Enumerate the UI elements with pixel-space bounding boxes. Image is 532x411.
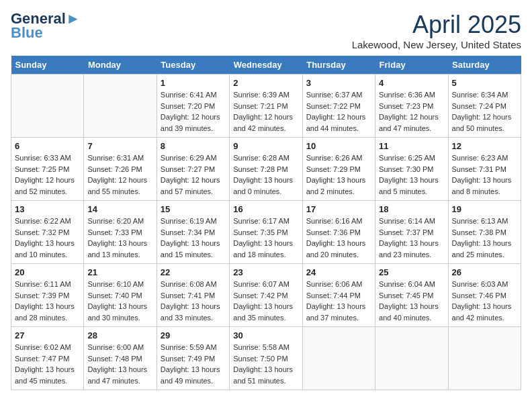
calendar-cell: 27Sunrise: 6:02 AMSunset: 7:47 PMDayligh… (11, 327, 84, 390)
calendar-week-2: 6Sunrise: 6:33 AMSunset: 7:25 PMDaylight… (11, 138, 521, 201)
day-number: 28 (87, 330, 152, 340)
column-header-thursday: Thursday (302, 56, 375, 75)
logo-blue: Blue (11, 24, 43, 42)
day-number: 15 (161, 204, 226, 214)
calendar-week-1: 1Sunrise: 6:41 AMSunset: 7:20 PMDaylight… (11, 75, 521, 138)
location: Lakewood, New Jersey, United States (352, 39, 521, 50)
logo: General► Blue (11, 11, 81, 42)
calendar-cell: 22Sunrise: 6:08 AMSunset: 7:41 PMDayligh… (157, 264, 229, 327)
calendar-cell: 26Sunrise: 6:03 AMSunset: 7:46 PMDayligh… (448, 264, 521, 327)
cell-info: Sunrise: 6:20 AMSunset: 7:33 PMDaylight:… (87, 216, 152, 260)
day-number: 7 (87, 141, 152, 151)
page-header: General► Blue April 2025 Lakewood, New J… (11, 11, 521, 50)
cell-info: Sunrise: 5:59 AMSunset: 7:49 PMDaylight:… (161, 342, 226, 386)
calendar-cell (375, 327, 448, 390)
day-number: 8 (161, 141, 226, 151)
calendar-cell: 24Sunrise: 6:06 AMSunset: 7:44 PMDayligh… (302, 264, 375, 327)
cell-info: Sunrise: 6:33 AMSunset: 7:25 PMDaylight:… (15, 152, 80, 197)
column-header-sunday: Sunday (11, 56, 84, 75)
cell-info: Sunrise: 6:29 AMSunset: 7:27 PMDaylight:… (161, 152, 226, 197)
cell-info: Sunrise: 6:39 AMSunset: 7:21 PMDaylight:… (233, 89, 298, 134)
calendar-cell: 21Sunrise: 6:10 AMSunset: 7:40 PMDayligh… (84, 264, 157, 327)
cell-info: Sunrise: 6:17 AMSunset: 7:35 PMDaylight:… (233, 216, 298, 260)
day-number: 22 (161, 267, 226, 277)
calendar-cell: 18Sunrise: 6:14 AMSunset: 7:37 PMDayligh… (375, 201, 448, 264)
calendar-cell: 6Sunrise: 6:33 AMSunset: 7:25 PMDaylight… (11, 138, 84, 201)
calendar-cell: 10Sunrise: 6:26 AMSunset: 7:29 PMDayligh… (302, 138, 375, 201)
calendar-cell: 4Sunrise: 6:36 AMSunset: 7:23 PMDaylight… (375, 75, 448, 138)
day-number: 23 (233, 267, 298, 277)
calendar-table: SundayMondayTuesdayWednesdayThursdayFrid… (11, 56, 521, 390)
cell-info: Sunrise: 6:25 AMSunset: 7:30 PMDaylight:… (379, 152, 444, 197)
day-number: 16 (233, 204, 298, 214)
header-row: SundayMondayTuesdayWednesdayThursdayFrid… (11, 56, 521, 75)
calendar-cell: 29Sunrise: 5:59 AMSunset: 7:49 PMDayligh… (157, 327, 229, 390)
calendar-cell: 23Sunrise: 6:07 AMSunset: 7:42 PMDayligh… (230, 264, 302, 327)
cell-info: Sunrise: 6:13 AMSunset: 7:38 PMDaylight:… (452, 216, 517, 260)
day-number: 9 (233, 141, 298, 151)
calendar-week-5: 27Sunrise: 6:02 AMSunset: 7:47 PMDayligh… (11, 327, 521, 390)
calendar-cell: 7Sunrise: 6:31 AMSunset: 7:26 PMDaylight… (84, 138, 157, 201)
cell-info: Sunrise: 6:16 AMSunset: 7:36 PMDaylight:… (306, 216, 371, 260)
day-number: 6 (15, 141, 80, 151)
title-block: April 2025 Lakewood, New Jersey, United … (352, 11, 521, 50)
calendar-cell: 1Sunrise: 6:41 AMSunset: 7:20 PMDaylight… (157, 75, 229, 138)
calendar-cell: 2Sunrise: 6:39 AMSunset: 7:21 PMDaylight… (230, 75, 302, 138)
column-header-friday: Friday (375, 56, 448, 75)
day-number: 2 (233, 78, 298, 88)
day-number: 27 (15, 330, 80, 340)
calendar-cell: 14Sunrise: 6:20 AMSunset: 7:33 PMDayligh… (84, 201, 157, 264)
cell-info: Sunrise: 6:19 AMSunset: 7:34 PMDaylight:… (161, 216, 226, 260)
calendar-cell (302, 327, 375, 390)
day-number: 13 (15, 204, 80, 214)
calendar-cell: 9Sunrise: 6:28 AMSunset: 7:28 PMDaylight… (230, 138, 302, 201)
day-number: 18 (379, 204, 444, 214)
cell-info: Sunrise: 6:08 AMSunset: 7:41 PMDaylight:… (161, 279, 226, 323)
day-number: 4 (379, 78, 444, 88)
calendar-cell: 19Sunrise: 6:13 AMSunset: 7:38 PMDayligh… (448, 201, 521, 264)
cell-info: Sunrise: 6:10 AMSunset: 7:40 PMDaylight:… (87, 279, 152, 323)
calendar-cell: 25Sunrise: 6:04 AMSunset: 7:45 PMDayligh… (375, 264, 448, 327)
cell-info: Sunrise: 6:41 AMSunset: 7:20 PMDaylight:… (161, 89, 226, 134)
calendar-cell: 17Sunrise: 6:16 AMSunset: 7:36 PMDayligh… (302, 201, 375, 264)
day-number: 19 (452, 204, 517, 214)
cell-info: Sunrise: 6:06 AMSunset: 7:44 PMDaylight:… (306, 279, 371, 323)
cell-info: Sunrise: 6:11 AMSunset: 7:39 PMDaylight:… (15, 279, 80, 323)
day-number: 25 (379, 267, 444, 277)
calendar-week-4: 20Sunrise: 6:11 AMSunset: 7:39 PMDayligh… (11, 264, 521, 327)
cell-info: Sunrise: 6:26 AMSunset: 7:29 PMDaylight:… (306, 152, 371, 197)
cell-info: Sunrise: 6:31 AMSunset: 7:26 PMDaylight:… (87, 152, 152, 197)
calendar-cell (448, 327, 521, 390)
column-header-monday: Monday (84, 56, 157, 75)
day-number: 17 (306, 204, 371, 214)
cell-info: Sunrise: 6:07 AMSunset: 7:42 PMDaylight:… (233, 279, 298, 323)
month-title: April 2025 (352, 11, 521, 39)
calendar-cell (84, 75, 157, 138)
day-number: 24 (306, 267, 371, 277)
cell-info: Sunrise: 6:37 AMSunset: 7:22 PMDaylight:… (306, 89, 371, 134)
column-header-saturday: Saturday (448, 56, 521, 75)
calendar-cell: 30Sunrise: 5:58 AMSunset: 7:50 PMDayligh… (230, 327, 302, 390)
cell-info: Sunrise: 6:04 AMSunset: 7:45 PMDaylight:… (379, 279, 444, 323)
cell-info: Sunrise: 6:02 AMSunset: 7:47 PMDaylight:… (15, 342, 80, 386)
day-number: 10 (306, 141, 371, 151)
day-number: 21 (87, 267, 152, 277)
day-number: 11 (379, 141, 444, 151)
cell-info: Sunrise: 6:14 AMSunset: 7:37 PMDaylight:… (379, 216, 444, 260)
column-header-wednesday: Wednesday (230, 56, 302, 75)
day-number: 26 (452, 267, 517, 277)
day-number: 12 (452, 141, 517, 151)
day-number: 30 (233, 330, 298, 340)
calendar-cell: 11Sunrise: 6:25 AMSunset: 7:30 PMDayligh… (375, 138, 448, 201)
calendar-cell: 8Sunrise: 6:29 AMSunset: 7:27 PMDaylight… (157, 138, 229, 201)
cell-info: Sunrise: 6:34 AMSunset: 7:24 PMDaylight:… (452, 89, 517, 134)
cell-info: Sunrise: 6:23 AMSunset: 7:31 PMDaylight:… (452, 152, 517, 197)
cell-info: Sunrise: 6:22 AMSunset: 7:32 PMDaylight:… (15, 216, 80, 260)
day-number: 20 (15, 267, 80, 277)
day-number: 3 (306, 78, 371, 88)
calendar-cell: 15Sunrise: 6:19 AMSunset: 7:34 PMDayligh… (157, 201, 229, 264)
cell-info: Sunrise: 6:03 AMSunset: 7:46 PMDaylight:… (452, 279, 517, 323)
day-number: 1 (161, 78, 226, 88)
column-header-tuesday: Tuesday (157, 56, 229, 75)
calendar-cell: 5Sunrise: 6:34 AMSunset: 7:24 PMDaylight… (448, 75, 521, 138)
